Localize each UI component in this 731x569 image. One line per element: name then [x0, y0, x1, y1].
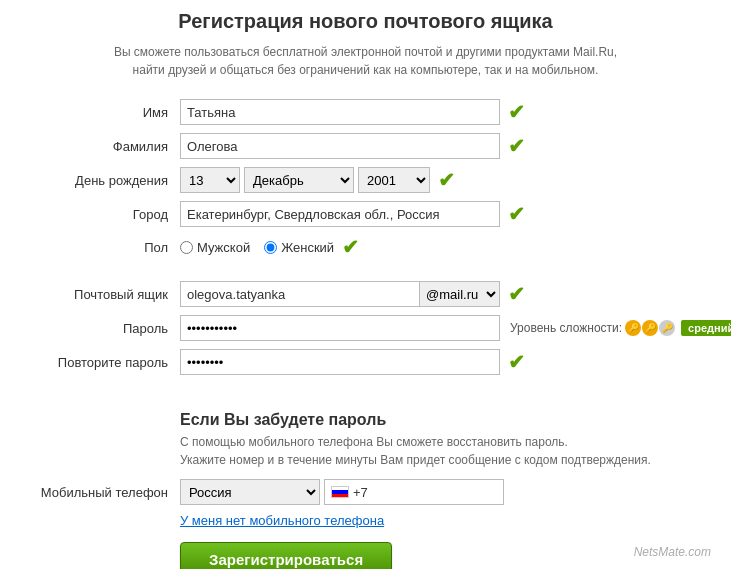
email-row: Почтовый ящик @mail.ru @inbox.ru @bk.ru … [20, 281, 711, 307]
watermark: NetsMate.com [634, 545, 711, 559]
city-input[interactable] [180, 201, 500, 227]
name-row: Имя ✔ [20, 99, 711, 125]
password-repeat-field: ✔ [180, 349, 711, 375]
complexity-icons: 🔑 🔑 🔑 [625, 320, 675, 336]
email-domain-select[interactable]: @mail.ru @inbox.ru @bk.ru @list.ru [420, 281, 500, 307]
gender-options: Мужской Женский [180, 240, 334, 255]
gender-label: Пол [20, 240, 180, 255]
phone-country-select[interactable]: Россия [180, 479, 320, 505]
birthday-label: День рождения [20, 173, 180, 188]
email-input[interactable] [180, 281, 420, 307]
complexity-icon-2: 🔑 [642, 320, 658, 336]
gender-check-icon: ✔ [342, 235, 359, 259]
password-repeat-check-icon: ✔ [508, 350, 525, 374]
gender-field: Мужской Женский ✔ [180, 235, 711, 259]
birthday-year-select[interactable]: 2001 [358, 167, 430, 193]
gender-row: Пол Мужской Женский ✔ [20, 235, 711, 259]
birthday-field: 13 Декабрь 2001 ✔ [180, 167, 711, 193]
password-repeat-row: Повторите пароль ✔ [20, 349, 711, 375]
email-field: @mail.ru @inbox.ru @bk.ru @list.ru ✔ [180, 281, 711, 307]
gender-male-label: Мужской [197, 240, 250, 255]
no-phone-link[interactable]: У меня нет мобильного телефона [180, 513, 711, 528]
city-row: Город ✔ [20, 201, 711, 227]
password-field: Уровень сложности: 🔑 🔑 🔑 средний [180, 315, 731, 341]
surname-row: Фамилия ✔ [20, 133, 711, 159]
recovery-title: Если Вы забудете пароль [180, 411, 711, 429]
spacer3 [20, 397, 711, 411]
register-button-row: Зарегистрироваться [180, 542, 711, 569]
password-input[interactable] [180, 315, 500, 341]
name-input[interactable] [180, 99, 500, 125]
birthday-row: День рождения 13 Декабрь 2001 ✔ [20, 167, 711, 193]
surname-label: Фамилия [20, 139, 180, 154]
city-check-icon: ✔ [508, 202, 525, 226]
subtitle: Вы сможете пользоваться бесплатной элект… [20, 43, 711, 79]
recovery-text: С помощью мобильного телефона Вы сможете… [180, 433, 711, 469]
birthday-day-select[interactable]: 13 [180, 167, 240, 193]
phone-code: +7 [353, 485, 368, 500]
russia-flag-icon [331, 486, 349, 498]
email-label: Почтовый ящик [20, 287, 180, 302]
password-repeat-input[interactable] [180, 349, 500, 375]
name-field: ✔ [180, 99, 711, 125]
gender-female-radio[interactable] [264, 241, 277, 254]
phone-label: Мобильный телефон [20, 485, 180, 500]
gender-male-option[interactable]: Мужской [180, 240, 250, 255]
name-label: Имя [20, 105, 180, 120]
gender-female-label: Женский [281, 240, 334, 255]
birthday-month-select[interactable]: Декабрь [244, 167, 354, 193]
phone-row: Мобильный телефон Россия +7 [20, 479, 711, 505]
complexity-label: Уровень сложности: [510, 321, 622, 335]
name-check-icon: ✔ [508, 100, 525, 124]
complexity-icon-1: 🔑 [625, 320, 641, 336]
phone-suffix: +7 [324, 479, 504, 505]
password-row: Пароль Уровень сложности: 🔑 🔑 🔑 средний [20, 315, 711, 341]
gender-female-option[interactable]: Женский [264, 240, 334, 255]
phone-field: Россия +7 [180, 479, 711, 505]
gender-male-radio[interactable] [180, 241, 193, 254]
birthday-selects: 13 Декабрь 2001 [180, 167, 430, 193]
recovery-section: Если Вы забудете пароль С помощью мобиль… [180, 411, 711, 469]
surname-input[interactable] [180, 133, 500, 159]
spacer1 [20, 267, 711, 281]
registration-form: Имя ✔ Фамилия ✔ День рождения 13 Декабрь [20, 99, 711, 411]
complexity-block: Уровень сложности: 🔑 🔑 🔑 средний [510, 320, 731, 336]
complexity-icon-3: 🔑 [659, 320, 675, 336]
surname-check-icon: ✔ [508, 134, 525, 158]
birthday-check-icon: ✔ [438, 168, 455, 192]
spacer2 [20, 383, 711, 397]
city-field: ✔ [180, 201, 711, 227]
complexity-badge: средний [681, 320, 731, 336]
city-label: Город [20, 207, 180, 222]
register-button[interactable]: Зарегистрироваться [180, 542, 392, 569]
password-label: Пароль [20, 321, 180, 336]
email-check-icon: ✔ [508, 282, 525, 306]
password-repeat-label: Повторите пароль [20, 355, 180, 370]
page-title: Регистрация нового почтового ящика [20, 10, 711, 33]
surname-field: ✔ [180, 133, 711, 159]
